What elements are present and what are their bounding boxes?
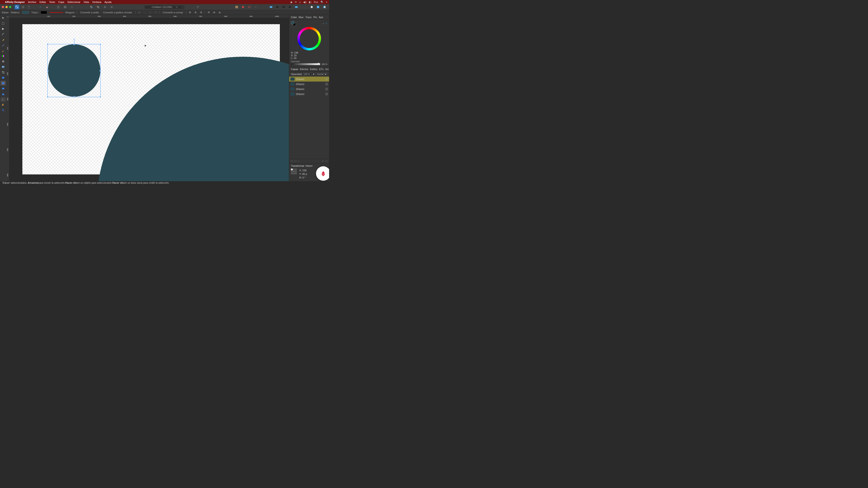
node-tool[interactable] <box>1 27 6 31</box>
align-edges-icon[interactable] <box>56 5 61 9</box>
add-op-icon[interactable] <box>269 4 274 9</box>
flip-h-icon[interactable] <box>160 5 165 9</box>
minimize-button[interactable] <box>5 6 8 8</box>
tab-efectos[interactable]: Efectos <box>300 68 308 70</box>
wifi-icon[interactable]: ◇ <box>299 1 301 4</box>
layer-mask-icon[interactable] <box>290 160 293 163</box>
ctx-none[interactable]: Ninguno <box>65 11 74 14</box>
close-button[interactable] <box>2 6 4 8</box>
pen-tool[interactable] <box>1 37 6 42</box>
volume-icon[interactable]: ◀)) <box>303 1 307 4</box>
place-image-tool[interactable] <box>1 65 6 69</box>
spotlight-icon[interactable]: 🔍 <box>320 1 324 4</box>
layer-adjust-icon[interactable] <box>294 160 297 163</box>
anchor-grid[interactable] <box>291 168 297 174</box>
eyedropper-icon[interactable]: ⟋ <box>322 22 324 25</box>
layer-visible-checkbox[interactable]: ✓ <box>326 78 328 80</box>
rounded-rect-tool[interactable] <box>1 86 6 91</box>
menu-ayuda[interactable]: Ayuda <box>104 1 112 3</box>
align-left-icon[interactable] <box>188 11 192 14</box>
menu-texto[interactable]: Texto <box>49 1 55 3</box>
align-panel-icon[interactable] <box>196 5 200 9</box>
big-ellipse-shape[interactable] <box>97 57 289 181</box>
transform-x[interactable]: X: 100 <box>299 168 307 172</box>
menu-seleccionar[interactable]: Seleccionar <box>67 1 80 3</box>
recent-color[interactable] <box>326 23 327 24</box>
intersect-op-icon[interactable] <box>281 4 286 9</box>
tab-history[interactable]: Histori <box>306 164 313 167</box>
rotate-handle[interactable] <box>73 39 75 40</box>
convert-ring-button[interactable]: Convertir a anillo <box>79 11 100 14</box>
tab-estilos[interactable]: Estilos <box>310 68 317 70</box>
resize-handle-se[interactable] <box>100 96 101 98</box>
menu-capa[interactable]: Capa <box>58 1 64 3</box>
record-icon[interactable]: ◉ <box>290 1 292 4</box>
rectangle-tool[interactable] <box>1 75 6 80</box>
grid-icon[interactable] <box>234 4 239 9</box>
maximize-button[interactable] <box>9 6 11 8</box>
align-top-icon[interactable] <box>207 11 211 14</box>
sync-icon[interactable]: ⟳ <box>295 1 297 4</box>
ellipse-tool[interactable] <box>1 81 6 86</box>
lock-icon[interactable] <box>45 5 49 9</box>
resize-handle-nw[interactable] <box>47 43 49 45</box>
opacity-slider[interactable]: 100 % <box>291 63 327 65</box>
align-bottom-icon[interactable] <box>218 11 221 14</box>
canvas[interactable]: ➤ <box>9 18 289 181</box>
layer-item[interactable]: (Elipse)✓ <box>289 76 329 82</box>
persona-pixel[interactable] <box>21 5 25 9</box>
crop-tool[interactable] <box>1 70 6 74</box>
blend-mode-select[interactable]: Normal <box>316 72 328 76</box>
tab-mue[interactable]: Mue <box>299 16 303 19</box>
align-spacing-icon[interactable] <box>63 5 67 9</box>
layer-delete-icon[interactable] <box>325 160 328 163</box>
menu-icon[interactable]: ≡ <box>326 1 327 3</box>
fill-swatch[interactable] <box>22 11 29 14</box>
pencil-tool[interactable] <box>1 43 6 47</box>
resize-handle-w[interactable] <box>47 70 49 71</box>
layer-item[interactable]: (Elipse)✓ <box>289 87 329 92</box>
user-name[interactable]: Ros <box>314 1 318 3</box>
combine-op-icon[interactable] <box>294 4 299 9</box>
layer-fx-icon[interactable]: fx <box>298 160 301 163</box>
layer-opacity-input[interactable] <box>304 72 312 76</box>
selection-box[interactable] <box>48 44 101 97</box>
tab-ape[interactable]: Ape <box>319 16 323 19</box>
cycle-icon[interactable] <box>154 11 157 14</box>
corner-tool[interactable] <box>1 32 6 37</box>
menu-ventana[interactable]: Ventana <box>92 1 101 3</box>
resize-handle-n[interactable] <box>73 43 75 45</box>
fill-stroke-swatch[interactable] <box>291 21 296 26</box>
order-front-icon[interactable] <box>89 5 94 9</box>
tab-pin[interactable]: Pin <box>313 16 317 19</box>
transparency-tool[interactable] <box>1 59 6 64</box>
resize-handle-e[interactable] <box>100 70 101 71</box>
battery-icon[interactable]: ▮▯ <box>309 1 311 4</box>
tab-trazo[interactable]: Trazo <box>305 16 312 19</box>
brush-tool[interactable] <box>1 48 6 53</box>
layer-settings-icon[interactable]: ⚙ <box>329 73 329 76</box>
resize-handle-ne[interactable] <box>100 43 101 45</box>
layer-item[interactable]: (Elipse)✓ <box>289 82 329 87</box>
bounds-icon[interactable] <box>149 11 152 14</box>
tab-capas[interactable]: Capas <box>291 68 298 70</box>
hand-tool[interactable] <box>1 103 6 107</box>
tab-inv[interactable]: Inv <box>325 68 329 70</box>
divide-op-icon[interactable] <box>287 4 292 9</box>
snap-icon[interactable] <box>38 5 42 9</box>
stroke-swatch[interactable] <box>40 11 47 14</box>
align-hcenter-icon[interactable] <box>194 11 197 14</box>
artboard-tool[interactable] <box>1 21 6 26</box>
app-name[interactable]: Affinity Designer <box>5 1 25 3</box>
layer-visible-checkbox[interactable]: ✓ <box>326 93 328 95</box>
layer-add-icon[interactable] <box>321 160 324 163</box>
persona-export[interactable] <box>27 5 31 9</box>
triangle-tool[interactable] <box>1 92 6 96</box>
tab-color[interactable]: Color <box>291 16 297 19</box>
subtract-op-icon[interactable] <box>275 4 280 9</box>
order-back-icon[interactable] <box>96 5 100 9</box>
convert-pie-button[interactable]: Convertir a gráfico circular <box>102 11 133 14</box>
flip-v-icon[interactable] <box>167 5 172 9</box>
layer-item[interactable]: (Elipse)✓ <box>289 92 329 96</box>
color-wheel[interactable] <box>298 27 321 51</box>
